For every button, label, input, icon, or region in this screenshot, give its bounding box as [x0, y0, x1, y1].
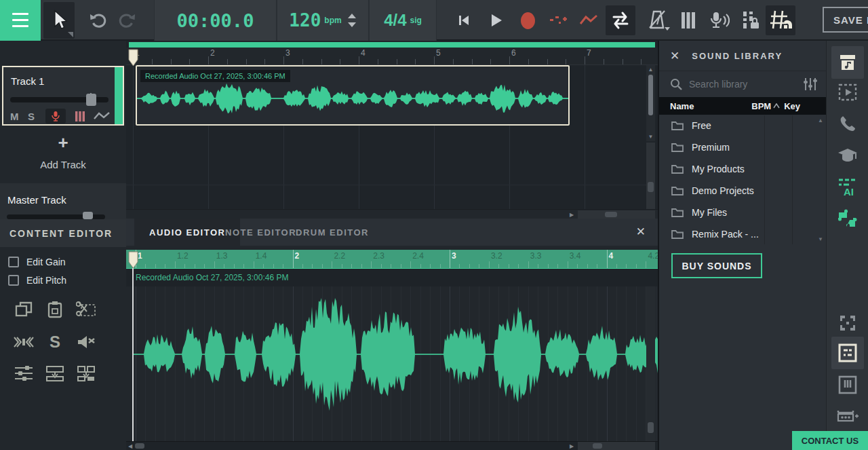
- library-column-header[interactable]: Name BPM Key: [659, 97, 826, 115]
- solo-button[interactable]: S: [28, 111, 45, 122]
- sidebar-patterns-button[interactable]: [831, 307, 864, 339]
- save-button[interactable]: SAVE P: [823, 7, 868, 33]
- library-folder-row[interactable]: My Files: [659, 202, 826, 223]
- track-instrument-button[interactable]: [70, 111, 90, 122]
- tab-drum-editor[interactable]: DRUM EDITOR: [281, 219, 384, 246]
- mute-region-button[interactable]: [75, 331, 98, 353]
- skip-to-start-button[interactable]: [453, 0, 475, 41]
- edit-gain-row[interactable]: Edit Gain: [8, 257, 66, 267]
- export-region-button[interactable]: [75, 362, 98, 384]
- loop-toggle-button[interactable]: [606, 5, 635, 35]
- bpm-control[interactable]: 120 bpm: [277, 0, 369, 41]
- scroll-left-icon[interactable]: ◀: [127, 443, 134, 449]
- arrange-vscrollbar[interactable]: ▲ ▼: [646, 65, 655, 141]
- search-input[interactable]: Search library: [689, 79, 803, 90]
- sidebar-tutorials-button[interactable]: [831, 139, 864, 172]
- arrange-hscrollbar[interactable]: ▶: [126, 209, 658, 219]
- track-volume-slider[interactable]: [10, 97, 108, 102]
- select-tool-button[interactable]: [43, 2, 75, 39]
- library-folder-row[interactable]: Premium: [659, 136, 826, 158]
- track-automation-button[interactable]: [90, 111, 113, 121]
- master-track-header[interactable]: Master Track: [0, 183, 126, 219]
- scroll-up-icon[interactable]: ▲: [646, 67, 655, 73]
- close-library-icon[interactable]: ✕: [670, 49, 679, 63]
- voice-fx-button[interactable]: [705, 0, 732, 41]
- timeline-ruler[interactable]: 1234567: [126, 48, 658, 65]
- playhead-marker[interactable]: [128, 49, 138, 67]
- mixer-lock-button[interactable]: [738, 0, 764, 41]
- master-volume-handle[interactable]: [83, 212, 93, 219]
- snap-to-grid-button[interactable]: [766, 5, 795, 35]
- sidebar-effects-button[interactable]: [831, 399, 864, 432]
- sidebar-instruments-button[interactable]: [831, 369, 864, 401]
- duplicate-button[interactable]: [12, 299, 35, 320]
- editor-region-strip[interactable]: Recorded Audio Oct 27, 2025, 3:00:46 PM: [126, 268, 658, 286]
- sidebar-sound-library-button[interactable]: [831, 46, 864, 79]
- paste-button[interactable]: [43, 299, 66, 320]
- library-folder-row[interactable]: My Products: [659, 158, 826, 180]
- edit-pitch-row[interactable]: Edit Pitch: [8, 275, 66, 286]
- time-signature-control[interactable]: 4/4 sig: [369, 0, 437, 41]
- scroll-right-icon[interactable]: ▶: [568, 443, 575, 449]
- editor-vthumb[interactable]: [648, 422, 654, 433]
- contact-us-button[interactable]: CONTACT US: [792, 431, 868, 450]
- editor-vscrollbar[interactable]: [646, 286, 655, 441]
- list-scroll-up-icon[interactable]: ▲: [818, 117, 823, 124]
- library-folder-row[interactable]: Demo Projects: [659, 180, 826, 202]
- sidebar-addons-button[interactable]: [831, 202, 864, 235]
- scroll-right-icon[interactable]: ▶: [568, 212, 575, 218]
- edit-pitch-checkbox[interactable]: [8, 275, 19, 286]
- show-automation-button[interactable]: [576, 0, 601, 41]
- sidebar-editor-button[interactable]: [831, 337, 864, 369]
- vscroll-thumb[interactable]: [648, 75, 653, 115]
- scroll-down-icon[interactable]: ▼: [646, 134, 655, 140]
- region-settings-button[interactable]: [12, 362, 35, 384]
- record-button[interactable]: [517, 0, 538, 41]
- list-scroll-down-icon[interactable]: ▼: [818, 236, 823, 242]
- cut-button[interactable]: [75, 299, 98, 320]
- track-header[interactable]: Track 1 M S: [2, 66, 124, 126]
- zoom-vtrack[interactable]: [646, 143, 655, 209]
- sidebar-call-button[interactable]: [831, 108, 864, 140]
- sidebar-ai-button[interactable]: AI: [831, 171, 864, 204]
- editor-hscrollbar[interactable]: ◀ ▶: [126, 441, 658, 450]
- arrange-area[interactable]: 1234567 Recorded Audio Oct 27, 2025, 3:0…: [126, 41, 658, 219]
- merge-region-button[interactable]: [43, 362, 66, 384]
- editor-playhead-marker[interactable]: [128, 251, 138, 269]
- zoom-htrack[interactable]: [578, 210, 655, 219]
- zoom-hthumb[interactable]: [605, 212, 617, 217]
- mute-button[interactable]: M: [10, 111, 28, 122]
- split-button[interactable]: S: [43, 331, 66, 353]
- library-folder-row[interactable]: Remix Pack - ...: [659, 223, 826, 245]
- piano-button[interactable]: [677, 0, 700, 41]
- filter-icon[interactable]: [803, 77, 818, 91]
- editor-ruler[interactable]: 11.21.31.422.22.32.433.23.33.444.2: [126, 250, 658, 268]
- library-folder-row[interactable]: Free: [659, 115, 826, 136]
- close-editor-icon[interactable]: ✕: [636, 225, 646, 239]
- editor-wave-area[interactable]: [126, 286, 658, 441]
- track-volume-handle[interactable]: [86, 94, 96, 106]
- add-automation-button[interactable]: [547, 0, 570, 41]
- edit-gain-checkbox[interactable]: [8, 257, 19, 267]
- zoom-vthumb[interactable]: [648, 182, 654, 192]
- sidebar-loops-button[interactable]: [831, 76, 864, 109]
- column-bpm[interactable]: BPM: [751, 101, 771, 111]
- loop-region-bar[interactable]: [129, 42, 655, 48]
- bpm-stepper[interactable]: [347, 12, 357, 29]
- column-key[interactable]: Key: [784, 101, 800, 111]
- stretch-button[interactable]: [12, 331, 35, 353]
- column-name[interactable]: Name: [670, 101, 751, 111]
- add-track-button[interactable]: + Add Track: [0, 132, 126, 170]
- editor-zoom-track[interactable]: [578, 442, 655, 450]
- main-menu-button[interactable]: [0, 0, 41, 41]
- audio-region[interactable]: Recorded Audio Oct 27, 2025, 3:00:46 PM: [136, 65, 570, 126]
- undo-button[interactable]: [85, 0, 111, 41]
- library-search[interactable]: Search library: [659, 71, 826, 97]
- track-record-arm-button[interactable]: [45, 109, 66, 124]
- editor-zoom-thumb[interactable]: [593, 443, 602, 449]
- redo-button[interactable]: [114, 0, 140, 41]
- master-volume-slider[interactable]: [7, 214, 105, 219]
- play-button[interactable]: [486, 0, 507, 41]
- buy-sounds-button[interactable]: BUY SOUNDS: [671, 253, 762, 278]
- editor-hthumb[interactable]: [135, 443, 144, 449]
